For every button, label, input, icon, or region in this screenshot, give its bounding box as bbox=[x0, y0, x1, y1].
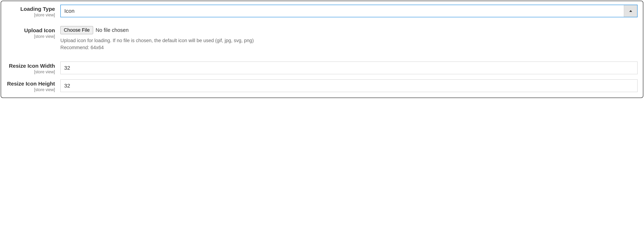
resize-height-input[interactable] bbox=[60, 79, 638, 92]
select-arrow-button[interactable] bbox=[624, 5, 637, 17]
loading-type-select[interactable]: Icon bbox=[60, 5, 638, 17]
config-panel: Loading Type [store view] Icon Upload Ic… bbox=[1, 1, 643, 98]
choose-file-button[interactable]: Choose File bbox=[60, 26, 93, 34]
field-loading-type: Loading Type [store view] Icon bbox=[6, 5, 638, 18]
field-resize-width: Resize Icon Width [store view] bbox=[6, 62, 638, 74]
upload-help-text: Upload icon for loading. If no file is c… bbox=[60, 37, 638, 51]
control-col bbox=[60, 62, 638, 74]
resize-height-scope: [store view] bbox=[6, 87, 55, 92]
label-col: Loading Type [store view] bbox=[6, 5, 60, 18]
file-status-text: No file chosen bbox=[96, 27, 129, 33]
control-col: Icon bbox=[60, 5, 638, 17]
label-col: Upload Icon [store view] bbox=[6, 26, 60, 39]
help-line-2: Recommend: 64x64 bbox=[60, 44, 638, 51]
field-upload-icon: Upload Icon [store view] Choose File No … bbox=[6, 26, 638, 51]
field-resize-height: Resize Icon Height [store view] bbox=[6, 79, 638, 92]
resize-width-input[interactable] bbox=[60, 62, 638, 74]
resize-height-label: Resize Icon Height bbox=[6, 80, 55, 87]
loading-type-value: Icon bbox=[61, 5, 624, 17]
svg-marker-0 bbox=[629, 10, 632, 12]
control-col bbox=[60, 79, 638, 92]
loading-type-label: Loading Type bbox=[6, 6, 55, 12]
label-col: Resize Icon Width [store view] bbox=[6, 62, 60, 74]
loading-type-scope: [store view] bbox=[6, 13, 55, 18]
upload-icon-label: Upload Icon bbox=[6, 27, 55, 34]
chevron-up-icon bbox=[629, 9, 632, 13]
upload-icon-scope: [store view] bbox=[6, 34, 55, 39]
control-col: Choose File No file chosen Upload icon f… bbox=[60, 26, 638, 51]
help-line-1: Upload icon for loading. If no file is c… bbox=[60, 37, 638, 44]
file-input-row: Choose File No file chosen bbox=[60, 26, 638, 34]
resize-width-scope: [store view] bbox=[6, 69, 55, 74]
resize-width-label: Resize Icon Width bbox=[6, 63, 55, 69]
label-col: Resize Icon Height [store view] bbox=[6, 79, 60, 92]
